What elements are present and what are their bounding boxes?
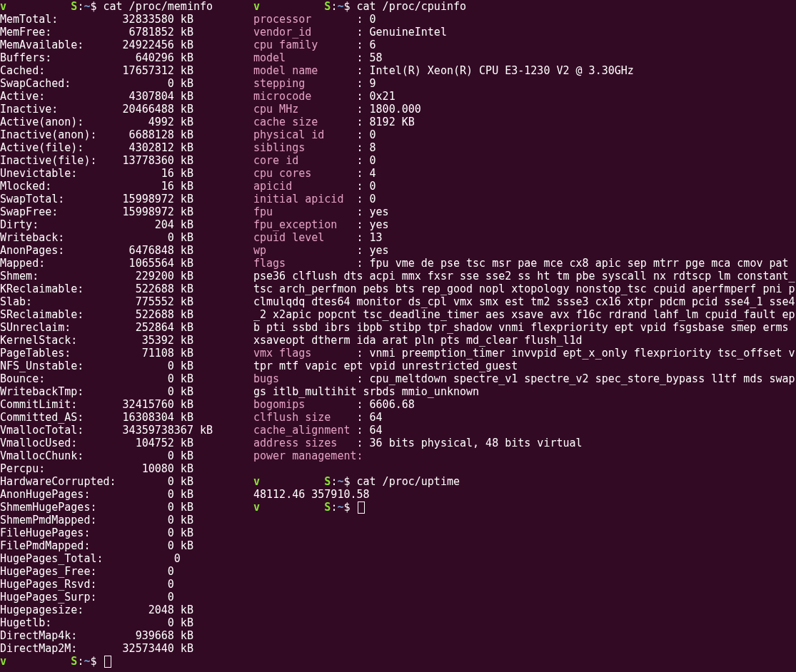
cpuinfo-row: fpu : yes [253, 205, 796, 218]
cpuinfo-row: cache_alignment : 64 [253, 424, 796, 437]
cpuinfo-row: power management: [253, 449, 796, 462]
cpuinfo-row: model name : Intel(R) Xeon(R) CPU E3-123… [253, 64, 796, 77]
terminal-pane-right[interactable]: v S:~$ cat /proc/cpuinfoprocessor : 0ven… [253, 0, 796, 672]
cpuinfo-row: core id : 0 [253, 154, 796, 167]
terminal-pane-left[interactable]: v S:~$ cat /proc/meminfoMemTotal: 328335… [0, 0, 253, 672]
meminfo-row: ShmemHugePages: 0 kB [0, 501, 253, 514]
meminfo-row: FileHugePages: 0 kB [0, 526, 253, 539]
meminfo-row: Shmem: 229200 kB [0, 270, 253, 282]
meminfo-row: AnonHugePages: 0 kB [0, 488, 253, 501]
cpuinfo-vmx-flags: vmx flags : vnmi preemption_timer invvpi… [253, 347, 796, 372]
meminfo-row: DirectMap2M: 32573440 kB [0, 642, 253, 655]
prompt-line[interactable]: v S:~$ cat /proc/cpuinfo [253, 0, 796, 13]
cpuinfo-row: cache size : 8192 KB [253, 116, 796, 128]
meminfo-row: ShmemPmdMapped: 0 kB [0, 514, 253, 526]
prompt-line[interactable]: v S:~$ [253, 501, 796, 514]
meminfo-row: Active(anon): 4992 kB [0, 116, 253, 128]
cpuinfo-row: siblings : 8 [253, 141, 796, 154]
meminfo-row: Inactive(anon): 6688128 kB [0, 128, 253, 141]
meminfo-row: Mapped: 1065564 kB [0, 257, 253, 270]
meminfo-row: SwapCached: 0 kB [0, 77, 253, 90]
meminfo-row: SUnreclaim: 252864 kB [0, 321, 253, 334]
blank-line [253, 462, 796, 475]
cpuinfo-row: physical id : 0 [253, 128, 796, 141]
meminfo-row: Writeback: 0 kB [0, 231, 253, 244]
cpuinfo-row: cpuid level : 13 [253, 231, 796, 244]
meminfo-row: WritebackTmp: 0 kB [0, 385, 253, 398]
command-text: cat /proc/uptime [357, 475, 460, 488]
cpuinfo-row: cpu family : 6 [253, 39, 796, 51]
cpuinfo-row: vendor_id : GenuineIntel [253, 26, 796, 39]
command-text: cat /proc/cpuinfo [357, 0, 467, 13]
meminfo-row: NFS_Unstable: 0 kB [0, 360, 253, 372]
meminfo-row: Inactive(file): 13778360 kB [0, 154, 253, 167]
cpuinfo-row: stepping : 9 [253, 77, 796, 90]
meminfo-row: Cached: 17657312 kB [0, 64, 253, 77]
cpuinfo-flags: flags : fpu vme de pse tsc msr pae mce c… [253, 257, 796, 347]
cpuinfo-row: bogomips : 6606.68 [253, 398, 796, 411]
meminfo-row: PageTables: 71108 kB [0, 347, 253, 360]
meminfo-row: Percpu: 10080 kB [0, 462, 253, 475]
meminfo-row: Slab: 775552 kB [0, 295, 253, 308]
meminfo-row: Mlocked: 16 kB [0, 180, 253, 193]
meminfo-row: Bounce: 0 kB [0, 372, 253, 385]
cpuinfo-row: microcode : 0x21 [253, 90, 796, 103]
meminfo-row: SwapFree: 15998972 kB [0, 205, 253, 218]
cpuinfo-row: address sizes : 36 bits physical, 48 bit… [253, 437, 796, 449]
meminfo-row: KReclaimable: 522688 kB [0, 282, 253, 295]
cpuinfo-row: processor : 0 [253, 13, 796, 26]
meminfo-row: KernelStack: 35392 kB [0, 334, 253, 347]
cpuinfo-row: cpu cores : 4 [253, 167, 796, 180]
meminfo-row: Buffers: 640296 kB [0, 51, 253, 64]
terminal-screen[interactable]: v S:~$ cat /proc/meminfoMemTotal: 328335… [0, 0, 796, 672]
cpuinfo-row: initial apicid : 0 [253, 193, 796, 205]
meminfo-row: HardwareCorrupted: 0 kB [0, 475, 253, 488]
meminfo-row: Active(file): 4302812 kB [0, 141, 253, 154]
cpuinfo-row: cpu MHz : 1800.000 [253, 103, 796, 116]
cursor [358, 502, 365, 514]
meminfo-row: Dirty: 204 kB [0, 218, 253, 231]
meminfo-row: AnonPages: 6476848 kB [0, 244, 253, 257]
meminfo-row: HugePages_Total: 0 [0, 552, 253, 565]
cpuinfo-bugs: bugs : cpu_meltdown spectre_v1 spectre_v… [253, 372, 796, 398]
meminfo-row: Hugetlb: 0 kB [0, 616, 253, 629]
meminfo-row: HugePages_Rsvd: 0 [0, 578, 253, 591]
cpuinfo-row: model : 58 [253, 51, 796, 64]
uptime-output: 48112.46 357910.58 [253, 488, 796, 501]
cpuinfo-row: apicid : 0 [253, 180, 796, 193]
cpuinfo-row: wp : yes [253, 244, 796, 257]
meminfo-row: HugePages_Free: 0 [0, 565, 253, 578]
cpuinfo-row: fpu_exception : yes [253, 218, 796, 231]
meminfo-row: Committed_AS: 16308304 kB [0, 411, 253, 424]
meminfo-row: MemFree: 6781852 kB [0, 26, 253, 39]
meminfo-row: HugePages_Surp: 0 [0, 591, 253, 604]
prompt-line[interactable]: v S:~$ [0, 655, 253, 668]
cpuinfo-row: clflush size : 64 [253, 411, 796, 424]
meminfo-row: DirectMap4k: 939668 kB [0, 629, 253, 642]
meminfo-row: Inactive: 20466488 kB [0, 103, 253, 116]
meminfo-row: MemTotal: 32833580 kB [0, 13, 253, 26]
meminfo-row: Active: 4307804 kB [0, 90, 253, 103]
meminfo-row: SwapTotal: 15998972 kB [0, 193, 253, 205]
meminfo-row: FilePmdMapped: 0 kB [0, 539, 253, 552]
prompt-line[interactable]: v S:~$ cat /proc/uptime [253, 475, 796, 488]
command-text: cat /proc/meminfo [104, 0, 213, 13]
meminfo-row: VmallocUsed: 104752 kB [0, 437, 253, 449]
meminfo-row: CommitLimit: 32415760 kB [0, 398, 253, 411]
cursor [104, 656, 111, 668]
prompt-line[interactable]: v S:~$ cat /proc/meminfo [0, 0, 253, 13]
meminfo-row: SReclaimable: 522688 kB [0, 308, 253, 321]
meminfo-row: MemAvailable: 24922456 kB [0, 39, 253, 51]
meminfo-row: VmallocTotal: 34359738367 kB [0, 424, 253, 437]
meminfo-row: Hugepagesize: 2048 kB [0, 604, 253, 616]
meminfo-row: Unevictable: 16 kB [0, 167, 253, 180]
meminfo-row: VmallocChunk: 0 kB [0, 449, 253, 462]
